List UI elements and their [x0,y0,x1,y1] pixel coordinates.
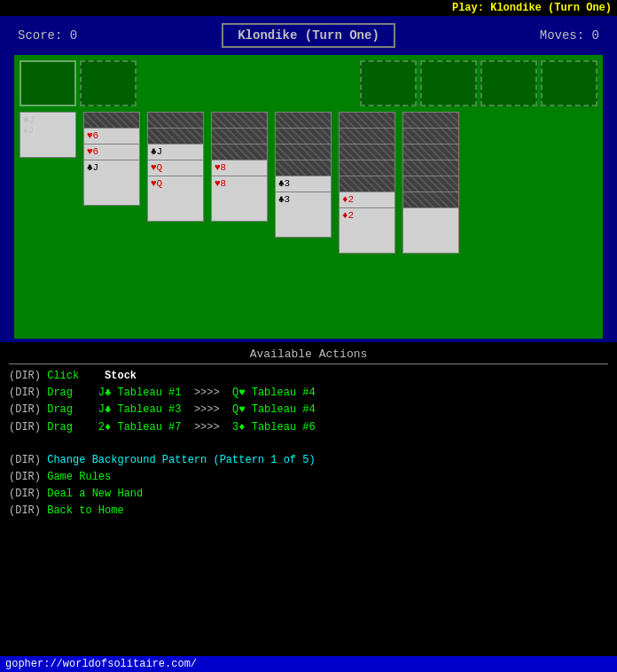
action-line-2[interactable]: (DIR) Drag J♣ Tableau #1 >>>> Q♥ Tableau… [9,385,608,402]
tableau-col-5: ♣3 ♣3 [275,112,335,238]
foundation-3[interactable] [480,60,537,106]
dir-2: (DIR) [9,387,47,399]
tab5-fd4 [275,160,332,177]
game-wrapper: ♠J ♠J ♥6 ♥6 ♣J ♣J ♥Q ♥Q [0,55,617,342]
action-line-3[interactable]: (DIR) Drag J♣ Tableau #3 >>>> Q♥ Tableau… [9,402,608,418]
foundation-4[interactable] [541,60,597,106]
tab4-card1[interactable]: ♥8 [211,160,268,177]
action-change-bg[interactable]: (DIR) Change Background Pattern (Pattern… [9,452,608,469]
tab2-card2[interactable]: ♥6 [83,144,140,161]
top-bar: Play: Klondike (Turn One) [0,0,617,16]
tableau-col-6: ♦2 ♦2 [339,112,399,254]
top-bar-text: Play: Klondike (Turn One) [452,2,612,14]
moves-display: Moves: 0 [540,28,599,43]
waste-pile [80,60,137,106]
tab6-fd1 [339,112,395,129]
action-line-1[interactable]: (DIR) Click Stock [9,368,608,385]
tab7-fd3 [402,144,459,161]
tab6-card2[interactable]: ♦2 [339,207,395,254]
foundation-2[interactable] [420,60,477,106]
tableau-col-1: ♠J ♠J [20,112,80,158]
dir-4: (DIR) [9,421,47,434]
action-line-4[interactable]: (DIR) Drag 2♦ Tableau #7 >>>> 3♦ Tableau… [9,419,608,436]
tab6-card1[interactable]: ♦2 [339,191,395,209]
top-row [20,60,597,106]
tableau-row: ♠J ♠J ♥6 ♥6 ♣J ♣J ♥Q ♥Q [20,112,597,254]
tab7-fd4 [402,160,459,177]
tab6-fd2 [339,128,395,145]
bottom-section: Available Actions (DIR) Click Stock (DIR… [0,342,617,672]
tab1-card1[interactable]: ♠J ♠J [20,112,76,158]
game-title: Klondike (Turn One) [222,23,395,48]
score-display: Score: 0 [18,28,77,43]
tableau-col-3: ♣J ♥Q ♥Q [147,112,207,222]
tab5-fd2 [275,128,332,145]
tab4-card2[interactable]: ♥8 [211,176,268,222]
action-back-home[interactable]: (DIR) Back to Home [9,503,608,520]
dir-1: (DIR) [9,370,47,382]
tab2-card3[interactable]: ♣J [83,160,140,206]
stock-label: Stock [105,370,137,382]
tab5-card2[interactable]: ♣3 [275,191,332,238]
url-bar: gopher://worldofsolitaire.com/ [0,656,617,672]
actions-header: Available Actions [9,348,608,364]
tab3-card1[interactable]: ♣J [147,144,204,161]
tab6-fd3 [339,144,395,161]
tab4-fd1 [211,112,268,129]
tab3-card2[interactable]: ♥Q [147,160,204,177]
tableau-col-7 [402,112,463,254]
tab3-fd1 [147,112,204,129]
tab5-fd3 [275,144,332,161]
tab7-fd6 [402,191,459,209]
tab4-fd3 [211,144,268,161]
foundation-1[interactable] [360,60,417,106]
tab7-card1[interactable] [402,207,459,254]
tableau-col-2: ♥6 ♥6 ♣J [83,112,144,206]
action-game-rules[interactable]: (DIR) Game Rules [9,469,608,486]
tab5-fd1 [275,112,332,129]
tab3-card3[interactable]: ♥Q [147,176,204,222]
tab7-fd1 [402,112,459,129]
tab6-fd4 [339,160,395,177]
tab7-fd5 [402,176,459,193]
tab2-fd1 [83,112,140,129]
tab3-fd2 [147,128,204,145]
stock-pile[interactable] [20,60,76,106]
tab5-card1[interactable]: ♣3 [275,176,332,193]
cmd-click: Click [47,370,79,382]
tab7-fd2 [402,128,459,145]
url-text: gopher://worldofsolitaire.com/ [5,658,197,670]
game-area: ♠J ♠J ♥6 ♥6 ♣J ♣J ♥Q ♥Q [14,55,603,339]
tableau-col-4: ♥8 ♥8 [211,112,271,222]
dir-3: (DIR) [9,403,47,416]
tab4-fd2 [211,128,268,145]
tab6-fd5 [339,176,395,193]
tab2-card1[interactable]: ♥6 [83,128,140,145]
action-deal-new[interactable]: (DIR) Deal a New Hand [9,486,608,503]
header: Score: 0 Klondike (Turn One) Moves: 0 [0,16,617,55]
